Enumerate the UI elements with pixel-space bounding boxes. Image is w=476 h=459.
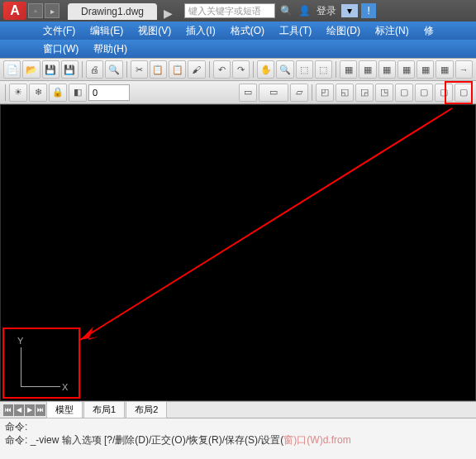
- qat-new-icon[interactable]: ▫: [28, 3, 43, 18]
- app-logo-icon[interactable]: A: [3, 2, 26, 20]
- annotation-arrow: [1, 105, 476, 402]
- markup-icon[interactable]: ▦: [416, 60, 434, 79]
- ucs-y-label: Y: [17, 336, 23, 346]
- zoom-prev-icon[interactable]: ⬚: [315, 60, 332, 79]
- view-right-icon[interactable]: ▢: [455, 84, 473, 102]
- dc-icon[interactable]: ▦: [359, 60, 376, 79]
- layout-tab-2[interactable]: 布局2: [126, 401, 167, 418]
- layer-color-icon[interactable]: ◧: [69, 84, 87, 102]
- layout-nav-last-icon[interactable]: ⏭: [36, 404, 45, 416]
- menu-edit[interactable]: 编辑(E): [83, 22, 130, 40]
- annotation-box-ucs: [2, 328, 80, 399]
- redo-icon[interactable]: ↷: [232, 60, 250, 79]
- user-icon[interactable]: 👤: [297, 3, 312, 18]
- drawing-canvas[interactable]: Y X: [0, 104, 476, 401]
- pan-icon[interactable]: ✋: [257, 60, 274, 79]
- menu-modify[interactable]: 修: [417, 22, 440, 40]
- menu-bar: 文件(F) 编辑(E) 视图(V) 插入(I) 格式(O) 工具(T) 绘图(D…: [0, 22, 476, 40]
- command-line[interactable]: 命令: 命令: _-view 输入选项 [?/删除(D)/正交(O)/恢复(R)…: [0, 418, 476, 459]
- arrow-icon[interactable]: →: [455, 60, 473, 79]
- view-front-icon[interactable]: ▢: [395, 84, 413, 102]
- layer-combo[interactable]: 0: [88, 84, 130, 101]
- view-iso1-icon[interactable]: ◰: [316, 84, 334, 102]
- watermark-text: 窗)口(W)d.from: [283, 434, 350, 446]
- save-icon[interactable]: 💾: [42, 60, 60, 79]
- menu-window[interactable]: 窗口(W): [36, 41, 85, 58]
- layout-nav-first-icon[interactable]: ⏮: [3, 404, 13, 416]
- menu-dimension[interactable]: 标注(N): [369, 22, 416, 40]
- layout-tab-model[interactable]: 模型: [46, 401, 83, 418]
- plot-icon[interactable]: 🖨: [86, 60, 103, 79]
- menu-draw[interactable]: 绘图(D): [320, 22, 367, 40]
- view-iso2-icon[interactable]: ◱: [336, 84, 354, 102]
- file-tab[interactable]: Drawing1.dwg: [68, 3, 157, 20]
- named-views-icon[interactable]: ▭: [239, 84, 257, 102]
- tp-icon[interactable]: ▦: [378, 60, 396, 79]
- layout-nav-prev-icon[interactable]: ◀: [14, 404, 24, 416]
- paste-icon[interactable]: 📋: [169, 60, 186, 79]
- view-back-icon[interactable]: ▢: [415, 84, 433, 102]
- toolbar-layers-views: ☀ ❄ 🔒 ◧ 0 ▭ ▭ ▱ ◰ ◱ ◲ ◳ ▢ ▢ ▢ ▢: [0, 81, 476, 104]
- svg-line-0: [80, 108, 452, 340]
- props-icon[interactable]: ▦: [340, 60, 357, 79]
- search-icon[interactable]: 🔍: [278, 3, 293, 18]
- command-history-2: 命令: _-view 输入选项 [?/删除(D)/正交(O)/恢复(R)/保存(…: [5, 433, 471, 447]
- menu-view[interactable]: 视图(V): [131, 22, 178, 40]
- view-manager-icon[interactable]: ▭: [259, 84, 288, 102]
- info-icon[interactable]: !: [361, 3, 376, 18]
- undo-icon[interactable]: ↶: [213, 60, 231, 79]
- window-dropdown-icon[interactable]: ▾: [341, 4, 358, 17]
- zoom-icon[interactable]: 🔍: [276, 60, 293, 79]
- ssm-icon[interactable]: ▦: [397, 60, 415, 79]
- search-input[interactable]: 键入关键字或短语: [184, 3, 275, 18]
- copy-icon[interactable]: 📋: [150, 60, 167, 79]
- view-iso4-icon[interactable]: ◳: [375, 84, 393, 102]
- ucs-x-label: X: [62, 382, 68, 392]
- title-bar: A ▫ ▸ Drawing1.dwg ▶ 键入关键字或短语 🔍 👤 登录 ▾ !: [0, 0, 476, 22]
- new-icon[interactable]: 📄: [3, 60, 21, 79]
- saveas-icon[interactable]: 💾: [61, 60, 79, 79]
- menu-insert[interactable]: 插入(I): [179, 22, 221, 40]
- layout-tabs: ⏮ ◀ ▶ ⏭ 模型 布局1 布局2: [0, 401, 476, 418]
- cut-icon[interactable]: ✂: [131, 60, 148, 79]
- login-button[interactable]: 登录: [317, 4, 336, 18]
- zoom-win-icon[interactable]: ⬚: [296, 60, 313, 79]
- layout-tab-1[interactable]: 布局1: [83, 401, 125, 418]
- match-icon[interactable]: 🖌: [188, 60, 205, 79]
- layer-flyout-icon[interactable]: ☀: [9, 84, 27, 102]
- layout-nav-next-icon[interactable]: ▶: [25, 404, 35, 416]
- layer-freeze-icon[interactable]: ❄: [29, 84, 47, 102]
- view-iso3-icon[interactable]: ◲: [355, 84, 374, 102]
- menu-help[interactable]: 帮助(H): [87, 41, 134, 58]
- tab-add-icon[interactable]: ▶: [159, 7, 178, 20]
- view-left-icon[interactable]: ▢: [435, 84, 453, 102]
- open-icon[interactable]: 📂: [22, 60, 40, 79]
- layer-lock-icon[interactable]: 🔒: [49, 84, 67, 102]
- menu-file[interactable]: 文件(F): [36, 22, 82, 40]
- view-top-icon[interactable]: ▱: [290, 84, 308, 102]
- qat-open-icon[interactable]: ▸: [45, 3, 60, 18]
- menu-format[interactable]: 格式(O): [224, 22, 271, 40]
- menu-tools[interactable]: 工具(T): [273, 22, 318, 40]
- svg-marker-1: [80, 327, 98, 340]
- toolbar-standard: 📄 📂 💾 💾 🖨 🔍 ✂ 📋 📋 🖌 ↶ ↷ ✋ 🔍 ⬚ ⬚ ▦ ▦ ▦ ▦ …: [0, 58, 476, 81]
- command-history-1: 命令:: [5, 420, 471, 433]
- qc-icon[interactable]: ▦: [436, 60, 453, 79]
- menu-bar-2: 窗口(W) 帮助(H): [0, 40, 476, 58]
- preview-icon[interactable]: 🔍: [105, 60, 122, 79]
